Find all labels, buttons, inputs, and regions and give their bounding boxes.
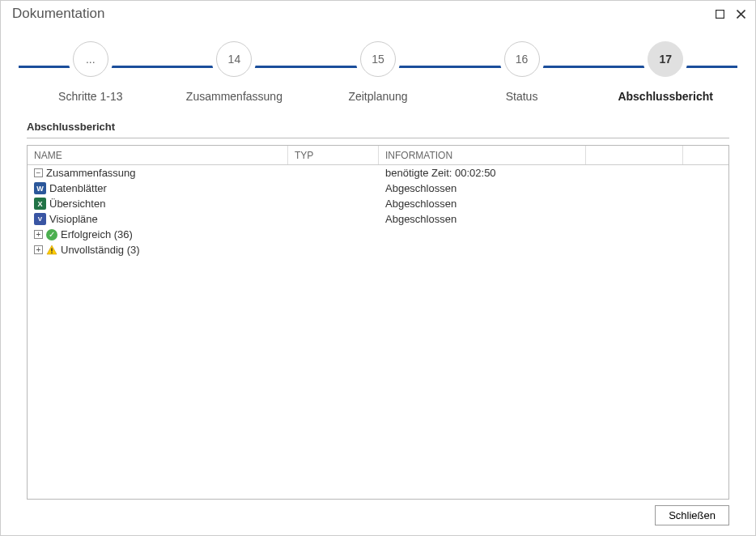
titlebar: Dokumentation [1,1,755,27]
col-header-typ[interactable]: TYP [288,146,379,164]
row-name-text: Zusammenfassung [46,167,136,179]
table-row[interactable]: +✓Erfolgreich (36) [28,227,728,242]
cell-name: XÜbersichten [28,198,288,210]
wizard-step-4[interactable]: 17Abschlussbericht [601,41,730,103]
cell-info: Abgeschlossen [379,182,586,194]
svg-rect-2 [51,252,52,253]
svg-rect-1 [51,248,52,251]
wizard-step-circle: 17 [648,41,683,77]
col-header-extra1[interactable] [586,146,683,164]
table-row[interactable]: WDatenblätterAbgeschlossen [28,181,728,196]
wizard-step-circle: 16 [504,41,540,77]
cell-name: −Zusammenfassung [28,167,288,179]
maximize-icon[interactable] [713,7,726,20]
visio-icon: V [34,213,46,225]
row-name-text: Visiopläne [49,213,98,225]
expand-icon[interactable]: + [34,245,43,254]
word-icon: W [34,182,46,194]
cell-info: Abgeschlossen [379,198,586,210]
wizard-step-2[interactable]: 15Zeitplanung [313,41,443,103]
table-row[interactable]: −Zusammenfassungbenötigte Zeit: 00:02:50 [28,165,728,181]
wizard-step-label: Schritte 1-13 [58,90,122,103]
warning-icon [46,245,57,256]
expand-icon[interactable]: + [34,230,43,239]
footer: Schließen [655,505,729,525]
wizard-step-label: Abschlussbericht [618,90,712,103]
table-row[interactable]: +Unvollständig (3) [28,242,728,257]
success-icon: ✓ [46,229,57,240]
report-grid: NAME TYP INFORMATION −Zusammenfassungben… [27,145,729,500]
grid-header: NAME TYP INFORMATION [28,146,728,165]
close-button[interactable]: Schließen [655,505,729,525]
table-row[interactable]: VVisiopläneAbgeschlossen [28,211,728,227]
wizard-step-circle: 15 [360,41,396,77]
section-title: Abschlussbericht [27,121,729,138]
col-header-info[interactable]: INFORMATION [379,146,586,164]
cell-name: WDatenblätter [28,182,288,194]
row-name-text: Unvollständig (3) [61,244,140,256]
wizard-step-0[interactable]: ...Schritte 1-13 [26,41,155,103]
wizard-step-3[interactable]: 16Status [457,41,587,103]
svg-rect-0 [716,10,724,18]
row-name-text: Erfolgreich (36) [61,228,133,240]
window-title: Dokumentation [12,6,104,22]
wizard-step-label: Zusammenfassung [186,90,282,103]
cell-name: +Unvollständig (3) [28,244,288,256]
wizard-step-circle: 14 [216,41,252,77]
section: Abschlussbericht NAME TYP INFORMATION −Z… [1,109,755,500]
cell-info: Abgeschlossen [379,213,586,225]
close-icon[interactable] [734,7,747,20]
window-controls [713,7,747,20]
row-name-text: Datenblätter [49,182,107,194]
cell-name: VVisiopläne [28,213,288,225]
row-name-text: Übersichten [49,198,105,210]
collapse-icon[interactable]: − [34,168,43,177]
col-header-name[interactable]: NAME [28,146,288,164]
grid-body: −Zusammenfassungbenötigte Zeit: 00:02:50… [28,165,728,257]
wizard-step-circle: ... [73,41,108,77]
wizard-stepper: ...Schritte 1-1314Zusammenfassung15Zeitp… [1,27,755,109]
cell-name: +✓Erfolgreich (36) [28,228,288,240]
cell-info: benötigte Zeit: 00:02:50 [379,167,586,179]
wizard-step-label: Status [506,90,538,103]
col-header-extra2[interactable] [683,146,728,164]
wizard-step-label: Zeitplanung [348,90,407,103]
excel-icon: X [34,198,46,210]
wizard-step-1[interactable]: 14Zusammenfassung [169,41,299,103]
table-row[interactable]: XÜbersichtenAbgeschlossen [28,196,728,211]
